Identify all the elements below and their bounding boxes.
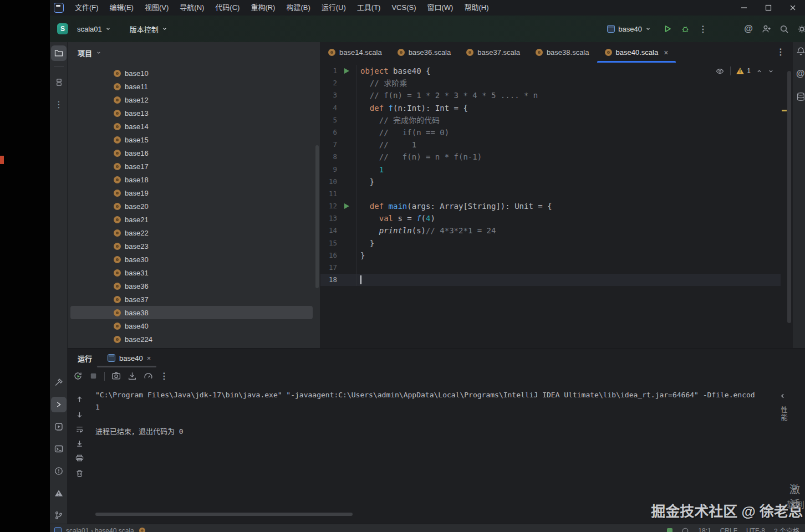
code-line-3[interactable]: 3 // f(n) = 1 * 2 * 3 * 4 * 5 .... * n [320,89,781,101]
ai-assistant-button[interactable]: @ [741,21,756,37]
up-stack-trace-icon[interactable] [75,395,84,403]
line-number[interactable]: 7 [320,139,337,151]
code-line-9[interactable]: 9 1 [320,163,781,176]
tree-item-base16[interactable]: base16 [70,146,313,160]
code-editor[interactable]: 1object base40 {2 // 求阶乘3 // f(n) = 1 * … [320,65,781,286]
tree-item-base37[interactable]: base37 [70,293,313,306]
run-line-icon[interactable] [344,68,349,74]
run-toolwindow-icon[interactable] [51,397,67,412]
tree-item-base30[interactable]: base30 [70,253,313,266]
menu-item[interactable]: VCS(S) [386,0,421,16]
down-stack-trace-icon[interactable] [75,411,84,419]
line-number[interactable]: 2 [320,77,337,89]
menu-item[interactable]: 文件(F) [69,0,104,16]
caret-position[interactable]: 18:1 [698,527,711,532]
stop-button[interactable] [89,372,98,380]
line-number[interactable]: 8 [320,151,337,163]
editor-scrollbar[interactable] [787,71,791,323]
line-number[interactable]: 9 [320,163,337,176]
project-tree-scrollbar[interactable] [315,145,319,288]
code-line-5[interactable]: 5 // 完成你的代码 [320,114,781,126]
soft-wrap-icon[interactable] [75,425,84,433]
menu-item[interactable]: 帮助(H) [458,0,494,16]
build-toolwindow-icon[interactable] [51,375,67,390]
tree-item-base23[interactable]: base23 [70,239,313,253]
tree-item-base10[interactable]: base10 [70,66,313,80]
menu-item[interactable]: 重构(R) [245,0,281,16]
console-hscrollbar[interactable] [95,513,353,516]
line-number[interactable]: 12 [320,200,337,212]
ai-assistant-toolwindow-icon[interactable]: @ [796,69,805,79]
tree-item-base17[interactable]: base17 [70,160,313,173]
menu-item[interactable]: 工具(T) [351,0,386,16]
editor-tab-base37.scala[interactable]: base37.scala [458,42,528,63]
code-line-14[interactable]: 14 println(s)// 4*3*2*1 = 24 [320,224,781,237]
tree-item-base38[interactable]: base38 [70,306,313,319]
line-number[interactable]: 18 [320,274,337,286]
line-number[interactable]: 16 [320,249,337,262]
editor-tab-base38.scala[interactable]: base38.scala [528,42,597,63]
menu-item[interactable]: 运行(U) [316,0,351,16]
line-number[interactable]: 1 [320,65,337,77]
tree-item-base11[interactable]: base11 [70,80,313,93]
code-line-8[interactable]: 8 // f(n) = n * f(n-1) [320,151,781,163]
print-icon[interactable] [75,454,84,462]
code-line-18[interactable]: 18 [320,274,781,286]
run-gutter-icon[interactable] [337,200,356,212]
console-output[interactable]: "C:\Program Files\Java\jdk-17\bin\java.e… [95,389,776,510]
database-toolwindow-icon[interactable] [796,92,805,101]
run-line-icon[interactable] [344,203,349,209]
status-breadcrumb[interactable]: scala01 › base40.scala [54,527,146,532]
menu-item[interactable]: 代码(C) [210,0,245,16]
project-panel-header[interactable]: 项目 [68,42,320,63]
line-number[interactable]: 13 [320,212,337,224]
line-number[interactable]: 17 [320,262,337,274]
run-gutter-icon[interactable] [337,65,356,77]
tree-item-base40[interactable]: base40 [70,319,313,332]
code-line-15[interactable]: 15 } [320,237,781,249]
prev-problem-icon[interactable] [756,69,762,74]
tree-item-base22[interactable]: base22 [70,226,313,239]
code-line-16[interactable]: 16} [320,249,781,262]
terminal-toolwindow-icon[interactable] [51,441,67,457]
minimize-button[interactable] [732,0,756,16]
code-line-17[interactable]: 17 [320,262,781,274]
warnings-toolwindow-icon[interactable] [51,485,67,501]
settings-button[interactable] [794,21,805,37]
tree-item-base19[interactable]: base19 [70,186,313,200]
editor-tab-base36.scala[interactable]: base36.scala [390,42,459,63]
import-thread-dump-button[interactable] [128,371,137,381]
scroll-to-end-icon[interactable] [75,439,84,448]
code-line-10[interactable]: 10 } [320,176,781,188]
tab-close-icon[interactable]: × [664,48,668,57]
run-more-options-icon[interactable]: ⋮ [160,371,169,381]
performance-tab[interactable]: 性能 [779,406,788,422]
menu-item[interactable]: 导航(N) [174,0,210,16]
run-tab-close-icon[interactable]: × [147,354,151,362]
menu-item[interactable]: 构建(B) [281,0,315,16]
rerun-button[interactable] [73,371,83,381]
project-toolwindow-icon[interactable] [51,45,67,61]
vcs-widget[interactable]: 版本控制 [125,22,172,37]
code-line-4[interactable]: 4 def f(n:Int): Int = { [320,102,781,114]
more-toolwindows-icon[interactable]: ⋮ [51,96,67,112]
run-tab[interactable]: base40 × [108,354,151,362]
tree-item-base224[interactable]: base224 [70,332,313,346]
line-number[interactable]: 10 [320,176,337,188]
run-button[interactable] [660,21,675,37]
search-everywhere-button[interactable] [776,21,792,37]
services-toolwindow-icon[interactable] [51,419,67,434]
line-number[interactable]: 5 [320,114,337,126]
problems-toolwindow-icon[interactable] [51,463,67,479]
status-green-indicator[interactable] [667,528,672,532]
code-with-me-button[interactable] [758,21,774,37]
line-number[interactable]: 3 [320,89,337,101]
clear-console-icon[interactable] [75,469,84,478]
code-line-12[interactable]: 12 def main(args: Array[String]): Unit =… [320,200,781,212]
collapse-left-icon[interactable] [779,393,786,399]
editor-tab-base40.scala[interactable]: base40.scala× [597,42,676,63]
tab-options-icon[interactable]: ⋮ [776,47,785,57]
warning-stripe-mark[interactable] [782,110,787,111]
tree-item-base20[interactable]: base20 [70,200,313,213]
code-line-1[interactable]: 1object base40 { [320,65,781,77]
